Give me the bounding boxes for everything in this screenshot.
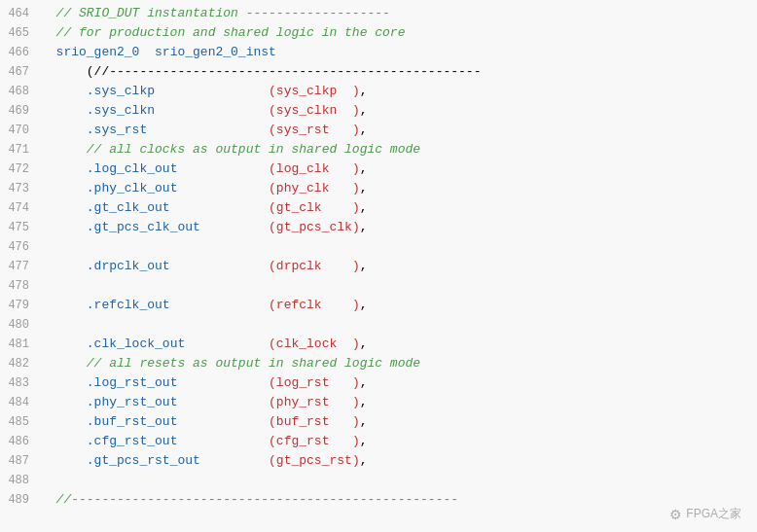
code-line: 488	[0, 471, 757, 490]
line-number: 489	[0, 490, 41, 510]
line-content: .sys_clkn (sys_clkn ),	[41, 101, 757, 121]
line-number: 475	[0, 218, 41, 237]
line-number: 469	[0, 101, 41, 121]
code-line: 469 .sys_clkn (sys_clkn ),	[0, 101, 757, 121]
line-content: .gt_pcs_clk_out (gt_pcs_clk),	[41, 218, 757, 237]
code-line: 471 // all clocks as output in shared lo…	[0, 140, 757, 160]
code-line: 473 .phy_clk_out (phy_clk ),	[0, 179, 757, 198]
line-content: // for production and shared logic in th…	[41, 23, 757, 43]
line-content: .drpclk_out (drpclk ),	[41, 257, 757, 276]
line-number: 478	[0, 276, 41, 296]
line-number: 468	[0, 82, 41, 101]
code-line: 475 .gt_pcs_clk_out (gt_pcs_clk),	[0, 218, 757, 237]
code-line: 479 .refclk_out (refclk ),	[0, 296, 757, 315]
line-content: .phy_clk_out (phy_clk ),	[41, 179, 757, 198]
line-content: .log_clk_out (log_clk ),	[41, 160, 757, 179]
line-content: (//-------------------------------------…	[41, 62, 757, 82]
line-number: 480	[0, 315, 41, 335]
line-number: 483	[0, 373, 41, 393]
code-line: 489 //----------------------------------…	[0, 490, 757, 510]
line-content: //--------------------------------------…	[41, 490, 757, 510]
line-content: srio_gen2_0 srio_gen2_0_inst	[41, 43, 757, 62]
code-line: 486 .cfg_rst_out (cfg_rst ),	[0, 432, 757, 451]
watermark-icon: ⚙	[669, 507, 682, 522]
code-line: 477 .drpclk_out (drpclk ),	[0, 257, 757, 276]
line-number: 467	[0, 62, 41, 82]
code-line: 487 .gt_pcs_rst_out (gt_pcs_rst),	[0, 451, 757, 471]
code-line: 472 .log_clk_out (log_clk ),	[0, 160, 757, 179]
code-container: 464 // SRIO_DUT instantation -----------…	[0, 0, 757, 532]
line-content: // SRIO_DUT instantation ---------------…	[41, 4, 757, 23]
line-content: .sys_rst (sys_rst ),	[41, 121, 757, 140]
code-line: 484 .phy_rst_out (phy_rst ),	[0, 393, 757, 412]
watermark: ⚙ FPGA之家	[669, 506, 741, 522]
line-content: // all clocks as output in shared logic …	[41, 140, 757, 160]
code-line: 474 .gt_clk_out (gt_clk ),	[0, 198, 757, 218]
line-content: .log_rst_out (log_rst ),	[41, 373, 757, 393]
line-number: 487	[0, 451, 41, 471]
line-number: 473	[0, 179, 41, 198]
code-line: 485 .buf_rst_out (buf_rst ),	[0, 412, 757, 432]
code-line: 481 .clk_lock_out (clk_lock ),	[0, 335, 757, 354]
line-content: .cfg_rst_out (cfg_rst ),	[41, 432, 757, 451]
code-line: 483 .log_rst_out (log_rst ),	[0, 373, 757, 393]
line-content: .gt_clk_out (gt_clk ),	[41, 198, 757, 218]
line-number: 488	[0, 471, 41, 490]
line-content: .phy_rst_out (phy_rst ),	[41, 393, 757, 412]
line-number: 474	[0, 198, 41, 218]
line-number: 465	[0, 23, 41, 43]
code-line: 466 srio_gen2_0 srio_gen2_0_inst	[0, 43, 757, 62]
line-number: 486	[0, 432, 41, 451]
watermark-text: FPGA之家	[686, 506, 741, 522]
line-content: .gt_pcs_rst_out (gt_pcs_rst),	[41, 451, 757, 471]
line-content: .buf_rst_out (buf_rst ),	[41, 412, 757, 432]
line-number: 479	[0, 296, 41, 315]
line-content: // all resets as output in shared logic …	[41, 354, 757, 373]
code-line: 464 // SRIO_DUT instantation -----------…	[0, 4, 757, 23]
line-number: 481	[0, 335, 41, 354]
code-line: 476	[0, 237, 757, 257]
code-line: 470 .sys_rst (sys_rst ),	[0, 121, 757, 140]
line-number: 471	[0, 140, 41, 160]
line-number: 485	[0, 412, 41, 432]
code-line: 468 .sys_clkp (sys_clkp ),	[0, 82, 757, 101]
code-line: 478	[0, 276, 757, 296]
code-line: 467 (//---------------------------------…	[0, 62, 757, 82]
line-number: 472	[0, 160, 41, 179]
line-number: 476	[0, 237, 41, 257]
line-content: .refclk_out (refclk ),	[41, 296, 757, 315]
line-content: .clk_lock_out (clk_lock ),	[41, 335, 757, 354]
line-number: 477	[0, 257, 41, 276]
code-line: 465 // for production and shared logic i…	[0, 23, 757, 43]
code-line: 482 // all resets as output in shared lo…	[0, 354, 757, 373]
line-number: 482	[0, 354, 41, 373]
line-content: .sys_clkp (sys_clkp ),	[41, 82, 757, 101]
code-line: 480	[0, 315, 757, 335]
line-number: 484	[0, 393, 41, 412]
line-number: 470	[0, 121, 41, 140]
line-number: 464	[0, 4, 41, 23]
line-number: 466	[0, 43, 41, 62]
